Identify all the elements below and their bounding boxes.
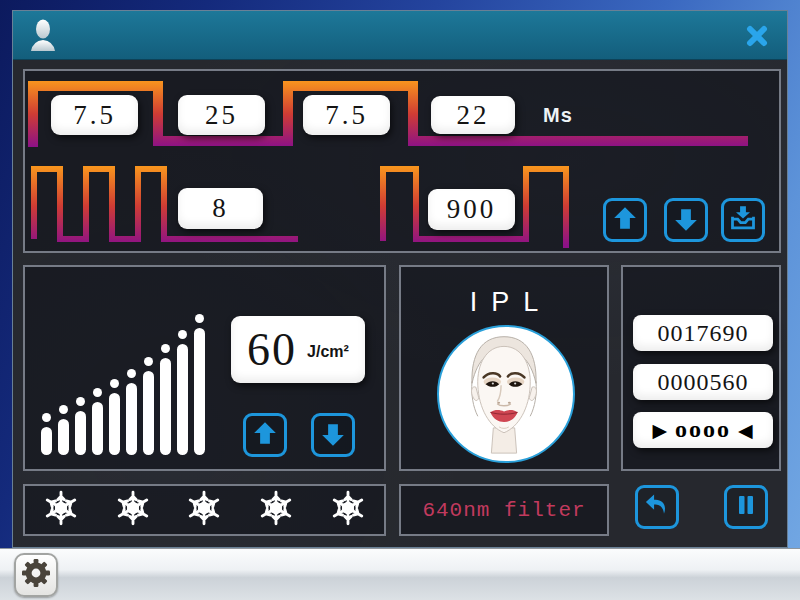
unit-label: Ms [543,104,573,127]
energy-bars [41,295,205,455]
energy-bar [41,427,52,455]
user-silhouette-icon [29,19,57,57]
pulse-settings-panel: 7.5 25 7.5 22 Ms 8 900 [23,69,781,253]
snowflake-icon[interactable] [257,489,295,531]
energy-decrease-button[interactable] [311,413,355,457]
energy-bar [160,358,171,455]
pause-icon [734,493,758,521]
indicator-right-triangle-icon: ▶ [652,421,668,440]
energy-bar [194,328,205,455]
energy-bar [75,411,86,455]
close-icon[interactable] [745,25,769,47]
back-button[interactable] [635,485,679,529]
energy-unit: J/cm² [307,339,349,361]
mode-title: IPL [401,287,607,318]
energy-value-box: 60 J/cm² [231,316,365,383]
snowflake-icon[interactable] [42,489,80,531]
filter-panel: 640nm filter [399,484,609,536]
counters-panel: 0017690 0000560 ▶ oooo ◀ [621,265,781,471]
ipl-machine-window: 7.5 25 7.5 22 Ms 8 900 [12,10,788,548]
indicator-left-triangle-icon: ◀ [738,421,754,440]
pulse-width-1-value: 7.5 [51,95,138,135]
pulse-increase-button[interactable] [603,198,647,242]
arrow-up-icon [612,205,638,235]
pulse-count-value: 8 [178,188,263,229]
energy-value: 60 [247,323,297,376]
desktop-background: 7.5 25 7.5 22 Ms 8 900 [0,0,800,600]
energy-bar [58,419,69,455]
snowflake-icon[interactable] [329,489,367,531]
save-tray-icon [729,204,757,236]
flash-indicator: ▶ oooo ◀ [633,412,773,448]
settings-button[interactable] [14,553,58,597]
filter-label: 640nm filter [422,499,585,522]
arrow-down-icon [320,422,346,448]
interval-value: 900 [428,189,515,230]
energy-panel: 60 J/cm² [23,265,386,471]
energy-bar [92,402,103,455]
total-counter: 0017690 [633,315,773,351]
session-counter: 0000560 [633,364,773,400]
save-settings-button[interactable] [721,198,765,242]
energy-increase-button[interactable] [243,413,287,457]
undo-arrow-icon [643,491,671,523]
titlebar [13,11,787,60]
taskbar [0,548,800,600]
pulse-width-2-value: 7.5 [303,95,390,135]
energy-bar [126,383,137,455]
energy-bar [109,393,120,455]
indicator-dots: oooo [672,417,734,444]
pulse-delay-1-value: 25 [178,95,265,135]
gear-icon [20,557,52,593]
arrow-down-icon [673,207,699,233]
pulse-decrease-button[interactable] [664,198,708,242]
cooling-level-panel [23,484,386,536]
snowflake-icon[interactable] [185,489,223,531]
pulse-delay-2-value: 22 [431,96,515,134]
pause-button[interactable] [724,485,768,529]
snowflake-icon[interactable] [114,489,152,531]
face-illustration [437,325,575,463]
arrow-up-icon [252,420,278,450]
treatment-mode-panel: IPL [399,265,609,471]
energy-bar [177,344,188,455]
energy-bar [143,371,154,455]
